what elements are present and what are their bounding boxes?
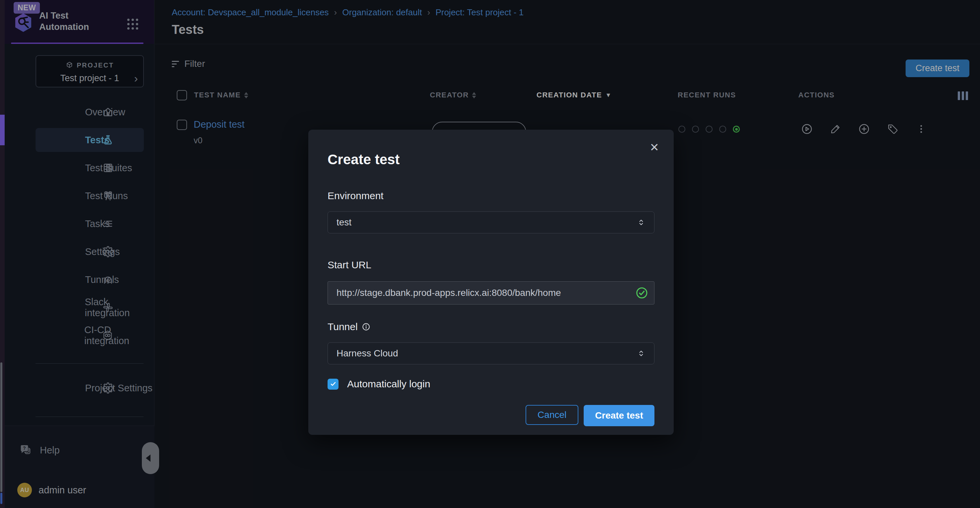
auto-login-row[interactable]: Automatically login <box>328 379 654 390</box>
start-url-input[interactable] <box>328 281 654 305</box>
tunnel-select[interactable]: Harness Cloud <box>328 342 654 364</box>
auto-login-checkbox[interactable] <box>328 379 339 390</box>
close-icon[interactable]: ✕ <box>650 142 659 153</box>
create-test-modal: ✕ Create test Environment test Start URL… <box>308 129 674 435</box>
app-root: NEW AI Test Automation <box>0 0 980 508</box>
environment-value: test <box>337 217 637 228</box>
modal-title: Create test <box>328 129 654 168</box>
select-chevrons-icon <box>637 218 646 227</box>
environment-label: Environment <box>328 190 654 201</box>
info-icon[interactable] <box>362 323 371 331</box>
modal-footer: Cancel Create test <box>328 405 654 426</box>
start-url-label: Start URL <box>328 259 654 271</box>
url-valid-check-icon <box>636 287 648 299</box>
tunnel-value: Harness Cloud <box>337 348 637 359</box>
check-icon <box>329 380 337 388</box>
start-url-field-wrap <box>328 281 654 305</box>
tunnel-label-row: Tunnel <box>328 321 654 332</box>
auto-login-label: Automatically login <box>347 379 430 390</box>
cancel-button[interactable]: Cancel <box>525 405 578 425</box>
modal-create-test-button[interactable]: Create test <box>584 405 654 426</box>
tunnel-label: Tunnel <box>328 321 358 332</box>
environment-select[interactable]: test <box>328 211 654 233</box>
select-chevrons-icon <box>637 349 646 358</box>
